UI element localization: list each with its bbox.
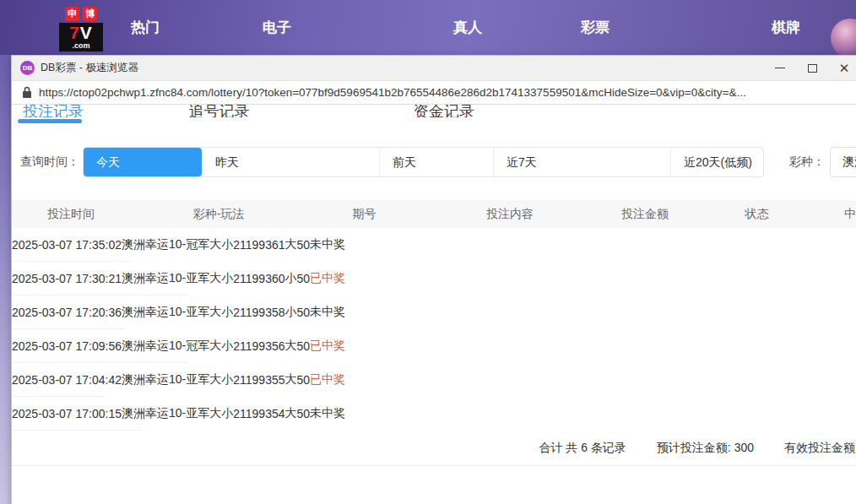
logo-badge-bo: 博: [83, 7, 97, 21]
cell-bet-time: 2025-03-07 17:09:56: [12, 339, 122, 353]
cell-game: 澳洲幸运10-亚军大小: [122, 271, 233, 286]
table-header-cell: 彩种-玩法: [130, 207, 307, 222]
summary-estimated-amount: 预计投注金额: 300: [657, 441, 754, 456]
lottery-select-value: 澳洲幸运10: [842, 154, 856, 170]
cell-status: 已中奖: [310, 372, 345, 387]
browser-window: DB DB彩票 - 极速浏览器 ✕ https://ctop02pchwp1.z…: [11, 55, 856, 504]
active-tab-indicator: [18, 119, 82, 123]
url-text[interactable]: https://ctop02pchwp1.zfnc84.com/lottery/…: [39, 86, 746, 99]
bet-records-table: 投注时间 彩种-玩法 期号 投注内容 投注金额 状态 中奖金额: [12, 200, 856, 466]
window-titlebar[interactable]: DB DB彩票 - 极速浏览器 ✕: [12, 56, 856, 81]
lottery-label: 彩种：: [789, 154, 825, 170]
cell-bet-content: 大: [284, 237, 296, 252]
close-button[interactable]: ✕: [838, 62, 850, 74]
cell-period: 21199358: [233, 306, 284, 319]
nav-menu-item[interactable]: 电子: [252, 18, 429, 37]
table-body: 2025-03-07 17:35:02 澳洲幸运10-冠军大小 21199361…: [12, 228, 856, 431]
table-header-cell: 中奖金额: [822, 207, 856, 222]
cell-bet-content: 大: [284, 406, 296, 421]
cell-bet-amount: 50: [296, 373, 310, 387]
nav-menu-item[interactable]: 彩票: [570, 18, 747, 37]
cell-bet-amount: 50: [296, 272, 310, 285]
cell-period: 21199356: [233, 339, 284, 353]
cell-bet-time: 2025-03-07 17:20:36: [12, 306, 122, 319]
cell-period: 21199360: [233, 272, 284, 285]
table-row[interactable]: 2025-03-07 17:20:36 澳洲幸运10-亚军大小 21199358…: [12, 295, 126, 329]
cell-game: 澳洲幸运10-冠军大小: [122, 237, 233, 252]
nav-menu-item[interactable]: 真人: [442, 18, 556, 37]
table-row[interactable]: 2025-03-07 17:04:42 澳洲幸运10-亚军大小 21199355…: [12, 363, 105, 397]
table-row[interactable]: 2025-03-07 17:00:15 澳洲幸运10-亚军大小 21199354…: [12, 397, 143, 431]
table-header-cell: 期号: [307, 207, 421, 222]
cell-bet-time: 2025-03-07 17:00:15: [12, 407, 122, 420]
cell-bet-amount: 50: [296, 407, 310, 420]
time-range-option[interactable]: 今天: [84, 148, 202, 176]
time-range-group: 今天 昨天 前天 近7天 近20天(低频): [83, 147, 764, 177]
cell-status: 未中奖: [310, 406, 345, 421]
cell-bet-content: 大: [284, 339, 296, 354]
cell-status: 已中奖: [310, 339, 345, 354]
record-tab[interactable]: 投注记录: [23, 105, 141, 117]
query-time-label: 查询时间：: [20, 154, 79, 170]
cell-period: 21199355: [233, 373, 284, 387]
cell-bet-content: 小: [284, 305, 296, 320]
cell-bet-amount: 50: [296, 339, 310, 353]
cell-game: 澳洲幸运10-冠军大小: [122, 339, 233, 354]
table-row[interactable]: 2025-03-07 17:09:56 澳洲幸运10-冠军大小 21199356…: [12, 329, 189, 363]
cell-status: 未中奖: [310, 305, 345, 320]
logo-suffix: .com: [59, 41, 103, 51]
summary-valid-amount: 有效投注金额: [784, 441, 855, 456]
table-row[interactable]: 2025-03-07 17:30:21 澳洲幸运10-亚军大小 21199360…: [12, 262, 189, 295]
record-tab[interactable]: 追号记录: [188, 105, 366, 117]
record-tabs: 投注记录 追号记录 资金记录: [12, 105, 856, 125]
logo-main-text: 7V: [59, 23, 103, 41]
time-range-option[interactable]: 近20天(低频): [670, 148, 763, 176]
time-range-option[interactable]: 近7天: [493, 148, 670, 176]
page-content: 投注记录 追号记录 资金记录 查询时间： 今天 昨天 前天 近7天: [12, 105, 856, 504]
cell-bet-amount: 50: [296, 306, 310, 319]
table-summary: 合计 共 6 条记录 预计投注金额: 300 有效投注金额: [12, 431, 856, 466]
logo-badge-shen: 申: [65, 7, 79, 21]
table-header-cell: 状态: [691, 207, 822, 222]
filter-bar: 查询时间： 今天 昨天 前天 近7天 近20天(低频) 彩种： 澳洲幸运10: [12, 147, 856, 177]
site-logo[interactable]: 申 博 7V .com: [59, 7, 103, 51]
cell-game: 澳洲幸运10-亚军大小: [122, 372, 233, 387]
time-range-option[interactable]: 昨天: [202, 148, 379, 176]
cell-bet-time: 2025-03-07 17:04:42: [12, 373, 122, 387]
browser-app-icon: DB: [20, 61, 35, 75]
cell-bet-time: 2025-03-07 17:30:21: [12, 272, 122, 285]
record-tab[interactable]: 资金记录: [414, 105, 528, 117]
cell-bet-amount: 50: [296, 238, 310, 252]
lock-icon: [22, 86, 32, 99]
cell-status: 未中奖: [310, 237, 345, 252]
table-header-cell: 投注金额: [599, 207, 691, 222]
logo-badges: 申 博: [65, 7, 97, 21]
cell-game: 澳洲幸运10-亚军大小: [122, 406, 233, 421]
top-navigation: 申 博 7V .com 热门 电子 真人 彩票 棋牌 捕鱼 体育 优惠: [0, 0, 856, 55]
summary-total-records: 合计 共 6 条记录: [539, 441, 626, 456]
cell-bet-content: 大: [284, 372, 296, 387]
cell-bet-time: 2025-03-07 17:35:02: [12, 238, 122, 252]
lottery-select[interactable]: 澳洲幸运10: [830, 147, 856, 177]
table-header-cell: 投注时间: [12, 207, 130, 222]
table-row[interactable]: 2025-03-07 17:35:02 澳洲幸运10-冠军大小 21199361…: [12, 228, 130, 262]
maximize-button[interactable]: [806, 62, 818, 74]
cell-period: 21199361: [233, 238, 284, 252]
time-range-option[interactable]: 前天: [379, 148, 493, 176]
cell-status: 已中奖: [310, 271, 345, 286]
address-bar[interactable]: https://ctop02pchwp1.zfnc84.com/lottery/…: [12, 81, 856, 105]
cell-bet-content: 小: [284, 271, 296, 286]
minimize-button[interactable]: [774, 62, 786, 74]
nav-menu-item[interactable]: 热门: [120, 18, 238, 37]
table-header-cell: 投注内容: [421, 207, 599, 222]
main-menu: 热门 电子 真人 彩票 棋牌 捕鱼 体育 优惠: [113, 18, 856, 37]
cell-period: 21199354: [233, 407, 284, 420]
table-header-row: 投注时间 彩种-玩法 期号 投注内容 投注金额 状态 中奖金额: [12, 200, 856, 228]
window-controls: ✕: [774, 62, 850, 74]
window-title: DB彩票 - 极速浏览器: [41, 61, 138, 75]
cell-game: 澳洲幸运10-亚军大小: [122, 305, 233, 320]
